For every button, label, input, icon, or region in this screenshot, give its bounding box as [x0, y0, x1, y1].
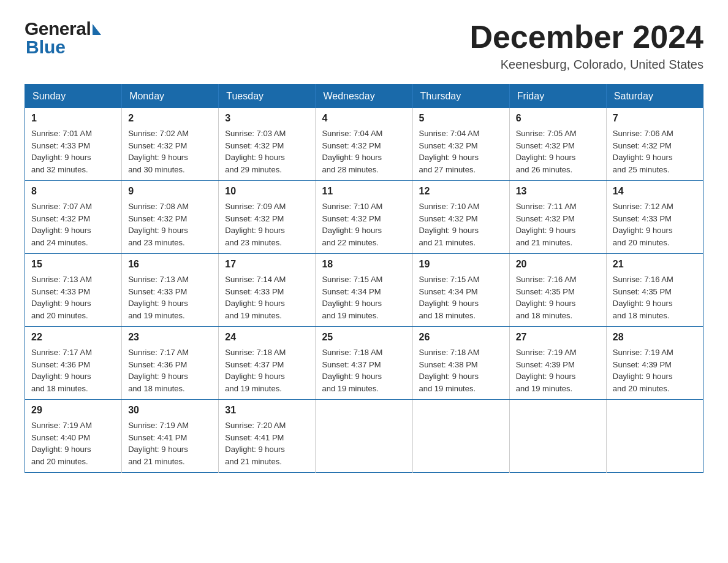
- title-section: December 2024 Keenesburg, Colorado, Unit…: [469, 18, 703, 72]
- day-info: Sunrise: 7:13 AMSunset: 4:33 PMDaylight:…: [31, 274, 115, 321]
- day-cell: 22 Sunrise: 7:17 AMSunset: 4:36 PMDaylig…: [25, 327, 122, 400]
- day-info: Sunrise: 7:07 AMSunset: 4:32 PMDaylight:…: [31, 201, 115, 248]
- day-cell: 8 Sunrise: 7:07 AMSunset: 4:32 PMDayligh…: [25, 181, 122, 254]
- day-info: Sunrise: 7:04 AMSunset: 4:32 PMDaylight:…: [419, 128, 503, 175]
- day-number: 14: [613, 186, 697, 197]
- week-row-3: 15 Sunrise: 7:13 AMSunset: 4:33 PMDaylig…: [25, 254, 703, 327]
- day-number: 10: [225, 186, 309, 197]
- day-cell: 1 Sunrise: 7:01 AMSunset: 4:33 PMDayligh…: [25, 108, 122, 181]
- day-info: Sunrise: 7:16 AMSunset: 4:35 PMDaylight:…: [516, 274, 600, 321]
- week-row-4: 22 Sunrise: 7:17 AMSunset: 4:36 PMDaylig…: [25, 327, 703, 400]
- weekday-header-tuesday: Tuesday: [219, 85, 316, 109]
- day-cell: 16 Sunrise: 7:13 AMSunset: 4:33 PMDaylig…: [122, 254, 219, 327]
- day-cell: 2 Sunrise: 7:02 AMSunset: 4:32 PMDayligh…: [122, 108, 219, 181]
- day-info: Sunrise: 7:14 AMSunset: 4:33 PMDaylight:…: [225, 274, 309, 321]
- day-info: Sunrise: 7:10 AMSunset: 4:32 PMDaylight:…: [322, 201, 406, 248]
- day-cell: 17 Sunrise: 7:14 AMSunset: 4:33 PMDaylig…: [219, 254, 316, 327]
- day-info: Sunrise: 7:12 AMSunset: 4:33 PMDaylight:…: [613, 201, 697, 248]
- weekday-header-sunday: Sunday: [25, 85, 122, 109]
- day-number: 5: [419, 113, 503, 124]
- day-cell: 6 Sunrise: 7:05 AMSunset: 4:32 PMDayligh…: [509, 108, 606, 181]
- day-cell: 25 Sunrise: 7:18 AMSunset: 4:37 PMDaylig…: [316, 327, 412, 400]
- day-cell: 7 Sunrise: 7:06 AMSunset: 4:32 PMDayligh…: [606, 108, 703, 181]
- day-cell: 10 Sunrise: 7:09 AMSunset: 4:32 PMDaylig…: [219, 181, 316, 254]
- logo-arrow-icon: [93, 24, 101, 35]
- calendar-table: SundayMondayTuesdayWednesdayThursdayFrid…: [25, 84, 703, 473]
- logo-general-text: General: [25, 18, 91, 39]
- day-number: 7: [613, 113, 697, 124]
- day-cell: 3 Sunrise: 7:03 AMSunset: 4:32 PMDayligh…: [219, 108, 316, 181]
- day-cell: [412, 400, 509, 473]
- day-cell: 14 Sunrise: 7:12 AMSunset: 4:33 PMDaylig…: [606, 181, 703, 254]
- day-cell: 26 Sunrise: 7:18 AMSunset: 4:38 PMDaylig…: [412, 327, 509, 400]
- day-info: Sunrise: 7:19 AMSunset: 4:40 PMDaylight:…: [31, 419, 115, 467]
- weekday-header-wednesday: Wednesday: [316, 85, 412, 109]
- day-cell: 21 Sunrise: 7:16 AMSunset: 4:35 PMDaylig…: [606, 254, 703, 327]
- day-cell: 24 Sunrise: 7:18 AMSunset: 4:37 PMDaylig…: [219, 327, 316, 400]
- day-info: Sunrise: 7:18 AMSunset: 4:37 PMDaylight:…: [322, 347, 406, 394]
- day-info: Sunrise: 7:17 AMSunset: 4:36 PMDaylight:…: [31, 347, 115, 394]
- day-info: Sunrise: 7:17 AMSunset: 4:36 PMDaylight:…: [128, 347, 212, 394]
- day-info: Sunrise: 7:01 AMSunset: 4:33 PMDaylight:…: [31, 128, 115, 175]
- day-info: Sunrise: 7:04 AMSunset: 4:32 PMDaylight:…: [322, 128, 406, 175]
- day-cell: 28 Sunrise: 7:19 AMSunset: 4:39 PMDaylig…: [606, 327, 703, 400]
- week-row-5: 29 Sunrise: 7:19 AMSunset: 4:40 PMDaylig…: [25, 400, 703, 473]
- day-number: 21: [613, 259, 697, 270]
- day-cell: 29 Sunrise: 7:19 AMSunset: 4:40 PMDaylig…: [25, 400, 122, 473]
- day-info: Sunrise: 7:03 AMSunset: 4:32 PMDaylight:…: [225, 128, 309, 175]
- day-info: Sunrise: 7:02 AMSunset: 4:32 PMDaylight:…: [128, 128, 212, 175]
- day-number: 31: [225, 405, 309, 416]
- day-number: 20: [516, 259, 600, 270]
- day-cell: 9 Sunrise: 7:08 AMSunset: 4:32 PMDayligh…: [122, 181, 219, 254]
- day-number: 25: [322, 332, 406, 343]
- day-info: Sunrise: 7:05 AMSunset: 4:32 PMDaylight:…: [516, 128, 600, 175]
- day-number: 27: [516, 332, 600, 343]
- day-info: Sunrise: 7:11 AMSunset: 4:32 PMDaylight:…: [516, 201, 600, 248]
- day-number: 19: [419, 259, 503, 270]
- day-number: 11: [322, 186, 406, 197]
- day-info: Sunrise: 7:09 AMSunset: 4:32 PMDaylight:…: [225, 201, 309, 248]
- day-info: Sunrise: 7:18 AMSunset: 4:37 PMDaylight:…: [225, 347, 309, 394]
- day-number: 8: [31, 186, 115, 197]
- day-cell: 15 Sunrise: 7:13 AMSunset: 4:33 PMDaylig…: [25, 254, 122, 327]
- day-number: 13: [516, 186, 600, 197]
- day-number: 9: [128, 186, 212, 197]
- day-number: 22: [31, 332, 115, 343]
- location-text: Keenesburg, Colorado, United States: [469, 58, 703, 72]
- day-cell: [606, 400, 703, 473]
- day-cell: 4 Sunrise: 7:04 AMSunset: 4:32 PMDayligh…: [316, 108, 412, 181]
- day-number: 3: [225, 113, 309, 124]
- day-cell: 5 Sunrise: 7:04 AMSunset: 4:32 PMDayligh…: [412, 108, 509, 181]
- weekday-header-saturday: Saturday: [606, 85, 703, 109]
- day-cell: 13 Sunrise: 7:11 AMSunset: 4:32 PMDaylig…: [509, 181, 606, 254]
- week-row-2: 8 Sunrise: 7:07 AMSunset: 4:32 PMDayligh…: [25, 181, 703, 254]
- day-info: Sunrise: 7:13 AMSunset: 4:33 PMDaylight:…: [128, 274, 212, 321]
- page-header: General Blue December 2024 Keenesburg, C…: [25, 18, 703, 72]
- day-info: Sunrise: 7:10 AMSunset: 4:32 PMDaylight:…: [419, 201, 503, 248]
- day-cell: 11 Sunrise: 7:10 AMSunset: 4:32 PMDaylig…: [316, 181, 412, 254]
- day-cell: 30 Sunrise: 7:19 AMSunset: 4:41 PMDaylig…: [122, 400, 219, 473]
- day-info: Sunrise: 7:16 AMSunset: 4:35 PMDaylight:…: [613, 274, 697, 321]
- weekday-header-monday: Monday: [122, 85, 219, 109]
- day-number: 12: [419, 186, 503, 197]
- day-number: 18: [322, 259, 406, 270]
- weekday-header-thursday: Thursday: [412, 85, 509, 109]
- day-cell: [509, 400, 606, 473]
- day-info: Sunrise: 7:15 AMSunset: 4:34 PMDaylight:…: [419, 274, 503, 321]
- day-cell: 19 Sunrise: 7:15 AMSunset: 4:34 PMDaylig…: [412, 254, 509, 327]
- day-number: 1: [31, 113, 115, 124]
- day-info: Sunrise: 7:19 AMSunset: 4:39 PMDaylight:…: [516, 347, 600, 394]
- day-info: Sunrise: 7:19 AMSunset: 4:39 PMDaylight:…: [613, 347, 697, 394]
- day-number: 23: [128, 332, 212, 343]
- weekday-header-row: SundayMondayTuesdayWednesdayThursdayFrid…: [25, 85, 703, 109]
- day-info: Sunrise: 7:15 AMSunset: 4:34 PMDaylight:…: [322, 274, 406, 321]
- weekday-header-friday: Friday: [509, 85, 606, 109]
- day-cell: 23 Sunrise: 7:17 AMSunset: 4:36 PMDaylig…: [122, 327, 219, 400]
- day-number: 28: [613, 332, 697, 343]
- logo-blue-text: Blue: [26, 37, 101, 58]
- month-title: December 2024: [469, 18, 703, 55]
- day-number: 26: [419, 332, 503, 343]
- day-info: Sunrise: 7:20 AMSunset: 4:41 PMDaylight:…: [225, 419, 309, 467]
- day-number: 17: [225, 259, 309, 270]
- day-number: 4: [322, 113, 406, 124]
